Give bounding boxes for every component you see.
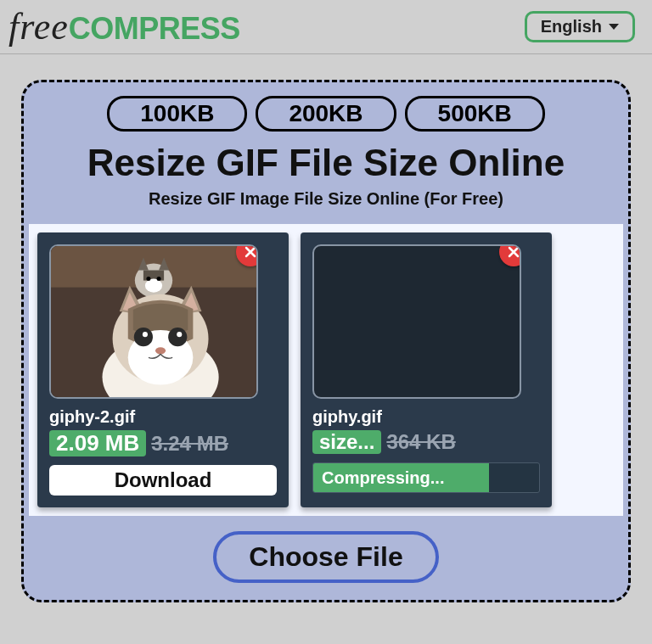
file-size-row: 2.09 MB 3.24 MB: [49, 430, 277, 456]
download-button[interactable]: Download: [49, 465, 277, 496]
svg-point-12: [143, 332, 148, 337]
size-tab-100kb[interactable]: 100KB: [107, 96, 247, 132]
original-size: 3.24 MB: [151, 432, 228, 456]
main-container: 100KB 200KB 500KB Resize GIF File Size O…: [21, 80, 631, 602]
close-button[interactable]: [499, 244, 521, 266]
compressed-size: 2.09 MB: [49, 430, 146, 456]
file-size-row: size... 364 KB: [312, 430, 540, 454]
compressed-size: size...: [312, 430, 381, 454]
size-tab-500kb[interactable]: 500KB: [405, 96, 545, 132]
file-name: giphy.gif: [312, 407, 540, 427]
cat-image-icon: [51, 246, 256, 397]
file-thumbnail: [312, 244, 521, 399]
file-thumbnail: [49, 244, 258, 399]
svg-point-4: [145, 279, 162, 293]
compressing-label: Compressing...: [322, 468, 444, 488]
language-label: English: [541, 17, 602, 36]
original-size: 364 KB: [386, 430, 455, 454]
logo-compress-text: COMPRESS: [69, 11, 240, 46]
file-card: giphy.gif size... 364 KB Compressing...: [301, 232, 552, 507]
close-icon: [244, 245, 257, 259]
chevron-down-icon: [609, 24, 619, 30]
logo-free-text: free: [8, 6, 69, 48]
svg-point-10: [134, 328, 153, 346]
page-title: Resize GIF File Size Online: [29, 142, 623, 184]
svg-point-14: [155, 347, 166, 354]
logo[interactable]: freeCOMPRESS: [8, 5, 240, 48]
file-name: giphy-2.gif: [49, 407, 277, 427]
svg-point-11: [168, 328, 187, 346]
language-selector[interactable]: English: [525, 11, 635, 42]
size-preset-tabs: 100KB 200KB 500KB: [29, 96, 623, 132]
file-cards-area: giphy-2.gif 2.09 MB 3.24 MB Download gip…: [29, 224, 623, 516]
compress-progress: Compressing...: [312, 462, 540, 493]
header: freeCOMPRESS English: [0, 0, 652, 54]
file-card: giphy-2.gif 2.09 MB 3.24 MB Download: [37, 232, 289, 507]
size-tab-200kb[interactable]: 200KB: [256, 96, 396, 132]
choose-file-button[interactable]: Choose File: [213, 531, 438, 583]
page-subtitle: Resize GIF Image File Size Online (For F…: [29, 189, 623, 209]
close-icon: [507, 245, 520, 259]
svg-point-6: [157, 277, 161, 281]
svg-point-13: [177, 332, 182, 337]
svg-point-5: [146, 277, 150, 281]
